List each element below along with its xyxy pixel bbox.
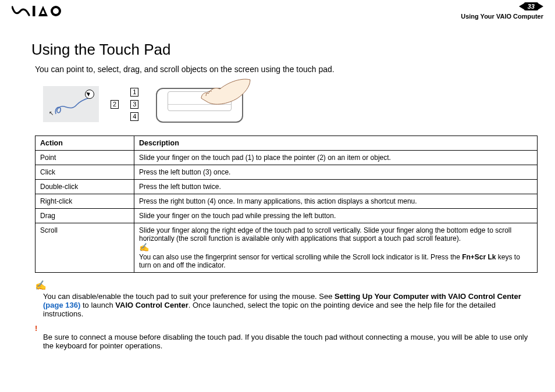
action-cell: Scroll	[35, 223, 134, 273]
scroll-note-pre: You can also use the fingerprint sensor …	[139, 253, 462, 261]
callout-4: 4	[130, 112, 138, 121]
description-cell: Slide your finger on the touch pad while…	[134, 209, 538, 223]
table-row: Point Slide your finger on the touch pad…	[35, 151, 538, 165]
page-number: 33	[528, 3, 535, 10]
svg-rect-0	[33, 6, 35, 16]
scroll-description: Slide your finger along the right edge o…	[139, 226, 511, 243]
action-cell: Right-click	[35, 194, 134, 209]
description-cell: Press the left button twice.	[134, 180, 538, 194]
page-number-badge: 33	[524, 2, 538, 10]
footnote1-bold2: VAIO Control Center	[115, 301, 188, 309]
table-row: Drag Slide your finger on the touch pad …	[35, 209, 538, 223]
page-navigator: 33	[519, 2, 543, 10]
table-row: Double-click Press the left button twice…	[35, 180, 538, 194]
pointer-target-icon	[85, 90, 94, 99]
illustration-row: ↖ 2 1 3 4	[43, 82, 538, 126]
action-cell: Drag	[35, 209, 134, 223]
table-row: Click Press the left button (3) once.	[35, 165, 538, 180]
note-icon: ✍	[139, 243, 532, 252]
description-cell: Press the left button (3) once.	[134, 165, 538, 180]
description-cell: Slide your finger along the right edge o…	[134, 223, 538, 273]
vaio-logo	[12, 5, 64, 20]
table-header-row: Action Description	[35, 136, 538, 151]
section-title: Using Your VAIO Computer	[461, 13, 543, 20]
footnote-tip: ✍ You can disable/enable the touch pad t…	[35, 280, 538, 318]
footnote1-mid: to launch	[80, 301, 115, 309]
page-title: Using the Touch Pad	[31, 41, 538, 59]
footnote1-pre: You can disable/enable the touch pad to …	[43, 292, 335, 301]
intro-text: You can point to, select, drag, and scro…	[35, 65, 538, 74]
footnote1-bold1: Setting Up Your Computer with VAIO Contr…	[335, 292, 521, 301]
table-row: Right-click Press the right button (4) o…	[35, 194, 538, 209]
callout-column: 1 3 4	[130, 88, 138, 121]
page-content: Using the Touch Pad You can point to, se…	[0, 29, 555, 350]
hand-icon	[182, 79, 251, 111]
action-cell: Click	[35, 165, 134, 180]
footnote-warning: ! Be sure to connect a mouse before disa…	[35, 324, 538, 350]
description-cell: Slide your finger on the touch pad (1) t…	[134, 151, 538, 165]
callout-3: 3	[130, 100, 138, 109]
actions-table: Action Description Point Slide your fing…	[35, 136, 538, 273]
callout-2: 2	[111, 100, 119, 109]
callout-1: 1	[130, 88, 138, 97]
footnote2-text: Be sure to connect a mouse before disabl…	[43, 333, 528, 350]
header-action: Action	[35, 136, 134, 151]
note-icon: ✍	[35, 280, 538, 291]
pointer-illustration: ↖	[43, 86, 99, 122]
description-cell: Press the right button (4) once. In many…	[134, 194, 538, 209]
next-page-arrow-icon[interactable]	[538, 3, 543, 10]
action-cell: Point	[35, 151, 134, 165]
touchpad-illustration	[150, 82, 249, 126]
action-cell: Double-click	[35, 180, 134, 194]
scroll-note-bold: Fn+Scr Lk	[462, 253, 496, 261]
page-link[interactable]: (page 136)	[43, 301, 80, 309]
header-description: Description	[134, 136, 538, 151]
cursor-icon: ↖	[49, 110, 54, 116]
table-row: Scroll Slide your finger along the right…	[35, 223, 538, 273]
svg-point-2	[53, 8, 59, 14]
warning-icon: !	[35, 324, 538, 333]
pointer-path-icon	[54, 97, 94, 117]
page-header: 33 Using Your VAIO Computer	[0, 0, 555, 29]
